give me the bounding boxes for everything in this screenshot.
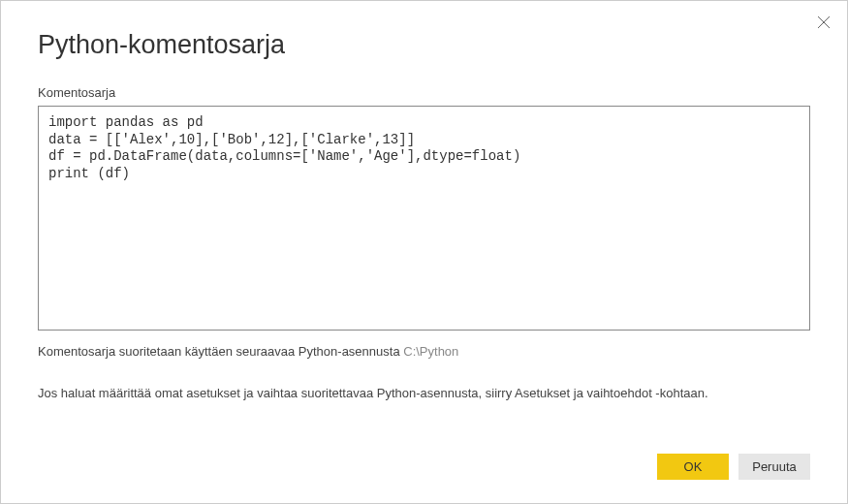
settings-info: Jos haluat määrittää omat asetukset ja v… <box>38 386 810 402</box>
install-path: C:\Python <box>403 344 458 359</box>
script-input[interactable] <box>38 106 810 331</box>
ok-button[interactable]: OK <box>657 454 729 480</box>
cancel-button[interactable]: Peruuta <box>738 454 810 480</box>
python-script-dialog: Python-komentosarja Komentosarja Komento… <box>1 1 847 503</box>
dialog-title: Python-komentosarja <box>38 30 810 60</box>
close-button[interactable] <box>814 13 833 32</box>
script-label: Komentosarja <box>38 85 810 100</box>
button-row: OK Peruuta <box>657 454 810 480</box>
install-info-text: Komentosarja suoritetaan käyttäen seuraa… <box>38 344 403 359</box>
close-icon <box>817 16 831 29</box>
install-info-line: Komentosarja suoritetaan käyttäen seuraa… <box>38 344 810 359</box>
